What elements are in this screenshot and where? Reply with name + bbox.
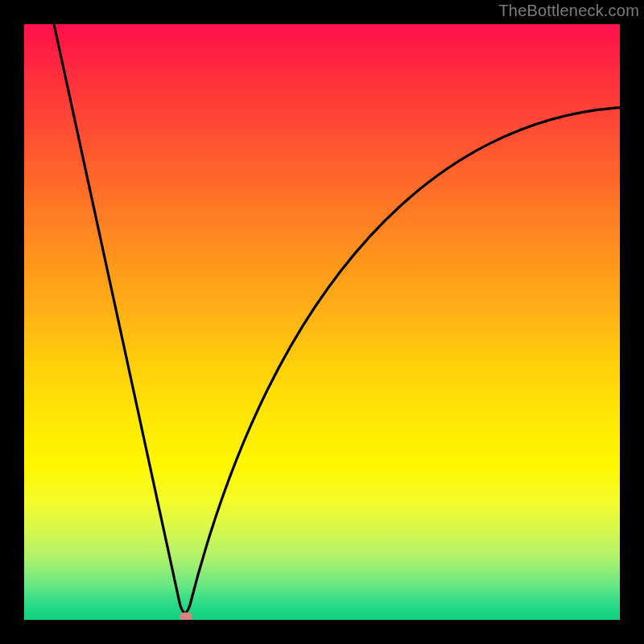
plot-area — [24, 24, 620, 620]
bottleneck-curve — [24, 24, 620, 620]
minimum-marker — [180, 612, 192, 620]
watermark-text: TheBottleneck.com — [498, 2, 639, 20]
chart-frame: TheBottleneck.com — [0, 0, 644, 644]
